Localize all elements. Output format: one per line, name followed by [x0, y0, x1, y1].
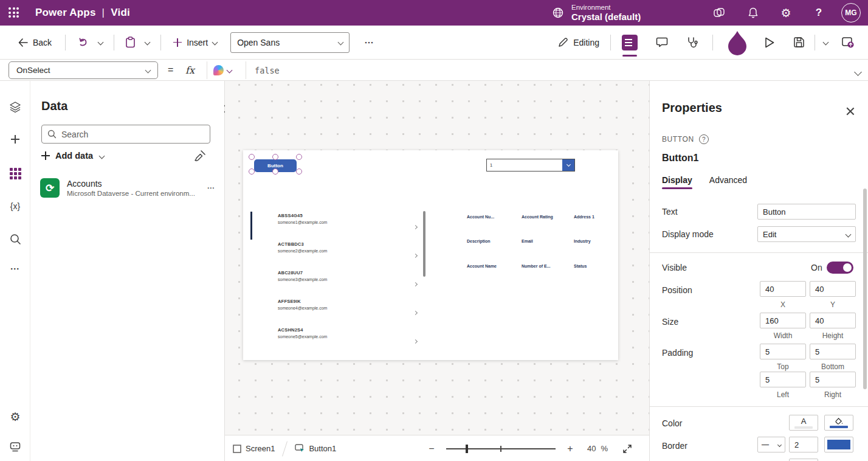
padding-left-input[interactable]: 5 [760, 372, 806, 387]
canvas-button-label: Button [267, 163, 283, 168]
settings-gear-icon[interactable]: ⚙ [773, 0, 799, 26]
undo-menu-chevron[interactable] [98, 40, 103, 44]
selection-handle-ne[interactable] [296, 154, 302, 160]
selection-handle-sw[interactable] [249, 168, 255, 175]
undo-button[interactable] [78, 37, 89, 47]
formula-copilot-button[interactable] [207, 61, 238, 79]
text-property-label: Text [662, 207, 678, 217]
visible-toggle[interactable] [827, 262, 853, 274]
broom-icon[interactable] [193, 150, 207, 163]
position-y-input[interactable]: 40 [810, 281, 856, 297]
data-search-box[interactable] [41, 125, 210, 144]
fill-color-button[interactable] [824, 415, 853, 431]
app-title-name[interactable]: Vidi [111, 7, 130, 19]
waffle-menu-icon[interactable] [9, 7, 19, 18]
insert-rail-icon[interactable] [5, 129, 26, 150]
variables-rail-icon[interactable]: {x} [5, 196, 26, 217]
toolbar-overflow-button[interactable]: ⋯ [364, 37, 374, 48]
search-rail-icon[interactable] [5, 229, 26, 249]
padding-bottom-input[interactable]: 5 [810, 344, 856, 359]
zoom-slider-midtick [500, 446, 501, 452]
gallery-item-chevron-icon[interactable] [414, 327, 421, 356]
breadcrumb-screen1[interactable]: Screen1 [233, 444, 275, 453]
selection-handle-n[interactable] [272, 154, 278, 160]
back-button[interactable]: Back [18, 38, 52, 47]
gallery-item-chevron-icon[interactable] [414, 299, 421, 327]
gallery-item-chevron-icon[interactable] [414, 270, 421, 299]
border-width-input[interactable]: 2 [789, 437, 818, 452]
gallery-item-chevron-icon[interactable] [414, 241, 421, 270]
tree-view-icon[interactable] [5, 97, 26, 117]
avatar[interactable]: MG [841, 3, 861, 23]
border-style-dropdown[interactable]: — [757, 437, 785, 452]
font-family-dropdown[interactable]: Open Sans [230, 32, 350, 53]
save-options-chevron[interactable] [824, 40, 828, 44]
partial-next-input[interactable] [789, 459, 818, 461]
selection-handle-nw[interactable] [249, 154, 255, 160]
padding-right-input[interactable]: 5 [810, 372, 856, 387]
property-selector-dropdown[interactable]: OnSelect [9, 61, 158, 79]
text-property-input[interactable]: Button [757, 204, 856, 220]
insert-button[interactable]: Insert [173, 38, 217, 47]
gallery-item[interactable]: ABC28UU7 someone3@example.com [278, 270, 424, 299]
breadcrumb-button1[interactable]: Button1 [295, 444, 336, 453]
gallery-item[interactable]: ABSS4G45 someone1@example.com [278, 213, 424, 241]
tab-display[interactable]: Display [662, 175, 692, 189]
gallery-scrollbar[interactable] [423, 211, 425, 277]
editing-mode-button[interactable]: Editing [558, 37, 599, 47]
formula-bar-expand-chevron[interactable] [855, 66, 861, 77]
canvas-area[interactable]: Button 1 ABSS4G45 someone1@example.com A… [225, 81, 649, 461]
stethoscope-icon [686, 36, 698, 49]
gallery-item[interactable]: ACTBBDC3 someone2@example.com [278, 241, 424, 270]
zoom-slider-thumb[interactable] [466, 445, 468, 453]
environment-picker[interactable]: Environment Crystal (default) [552, 4, 641, 22]
gallery-item[interactable]: ACSHN2S4 someone5@example.com [278, 327, 424, 356]
data-search-input[interactable] [61, 130, 204, 139]
gallery-item[interactable]: AFFSE9IK someone4@example.com [278, 299, 424, 327]
properties-close-icon[interactable] [844, 105, 856, 117]
padding-right-value: 5 [815, 375, 819, 384]
add-data-button[interactable]: Add data [41, 151, 104, 161]
gallery-item-chevron-icon[interactable] [414, 213, 421, 241]
border-color-swatch[interactable] [824, 437, 853, 452]
position-x-input[interactable]: 40 [760, 281, 806, 297]
control-help-icon[interactable]: ? [699, 134, 709, 144]
selection-handle-s[interactable] [272, 168, 278, 175]
paste-button[interactable] [125, 36, 136, 48]
zoom-out-button[interactable]: − [427, 443, 436, 454]
canvas-dropdown-control[interactable]: 1 [486, 159, 575, 172]
publish-button[interactable] [841, 36, 855, 49]
data-rail-icon[interactable] [5, 163, 26, 184]
app-checker-button[interactable] [686, 36, 698, 49]
size-height-input[interactable]: 40 [810, 313, 856, 328]
notifications-bell-icon[interactable] [740, 0, 766, 26]
overflow-glyph: ⋯ [364, 37, 374, 47]
display-mode-dropdown[interactable]: Edit [757, 226, 856, 242]
app-screen-artboard[interactable]: Button 1 ABSS4G45 someone1@example.com A… [243, 150, 618, 360]
zoom-percentage-value[interactable]: 40 [587, 444, 596, 453]
rail-settings-gear-icon[interactable]: ⚙ [5, 406, 26, 427]
fit-to-window-icon[interactable] [622, 444, 632, 454]
formula-input[interactable]: false [246, 61, 280, 79]
datasource-item-accounts[interactable]: ⟳ Accounts Microsoft Dataverse - Current… [35, 172, 220, 204]
help-icon[interactable]: ? [805, 0, 832, 26]
authoring-panel-button[interactable] [622, 35, 638, 50]
copilot-header-icon[interactable] [706, 0, 732, 26]
datasource-overflow-button[interactable]: ⋯ [207, 184, 216, 192]
rail-overflow-icon[interactable]: ⋯ [5, 258, 26, 279]
save-button[interactable] [793, 36, 805, 48]
zoom-slider[interactable] [446, 448, 556, 449]
padding-top-input[interactable]: 5 [760, 344, 806, 359]
brand-droplet-button[interactable] [726, 30, 748, 55]
preview-play-button[interactable] [764, 36, 775, 49]
font-color-button[interactable]: A [789, 415, 818, 431]
size-width-input[interactable]: 160 [760, 313, 806, 328]
selection-handle-se[interactable] [296, 168, 302, 175]
virtual-agent-icon[interactable] [5, 437, 26, 457]
properties-scrollbar[interactable] [863, 189, 867, 389]
form-field-label: Status [574, 264, 587, 268]
zoom-in-button[interactable]: + [565, 443, 575, 454]
paste-menu-chevron[interactable] [145, 40, 150, 44]
comments-button[interactable] [656, 36, 668, 48]
tab-advanced[interactable]: Advanced [709, 175, 747, 189]
